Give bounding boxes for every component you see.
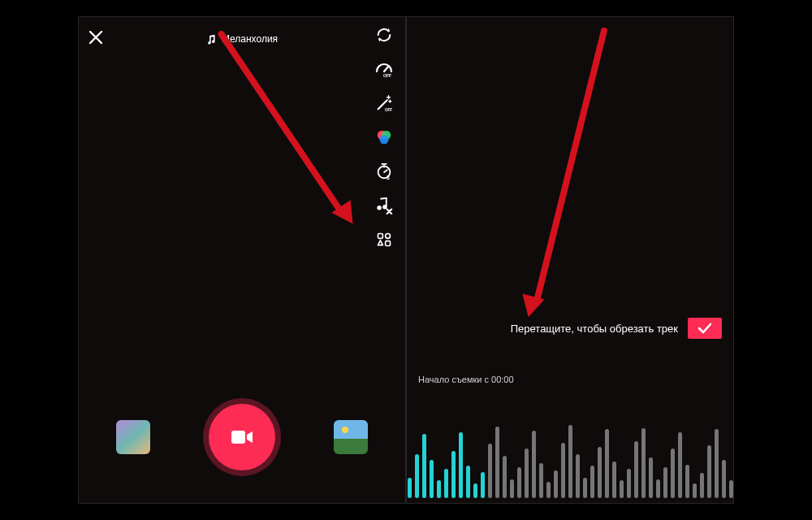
trim-sound-screen: Перетащите, чтобы обрезать трек Начало с… [406,16,734,504]
waveform-bar [415,454,419,498]
trim-hint-label: Перетащите, чтобы обрезать трек [511,323,678,335]
effects-button[interactable] [116,420,150,454]
waveform-bar [495,427,499,498]
waveform-bar [539,463,543,498]
camera-icon [230,427,254,447]
flip-camera-button[interactable] [374,25,394,45]
waveform-bar [693,483,697,498]
waveform-bar [663,467,667,498]
svg-point-7 [377,206,382,210]
waveform-bar [641,428,646,498]
svg-text:3: 3 [387,174,390,180]
filters-icon [375,128,393,146]
speed-icon: OFF [374,60,394,78]
waveform-bar [525,448,529,498]
waveform-bar [685,465,689,498]
waveform-bar [408,478,412,498]
waveform-bar [620,480,624,498]
select-sound[interactable]: Меланхолия [206,33,278,45]
waveform[interactable] [407,414,733,503]
waveform-bar [532,431,536,498]
waveform-bar [612,462,616,498]
svg-point-10 [386,234,391,239]
close-icon [89,30,103,45]
waveform-bar [554,470,558,498]
check-icon [698,323,712,334]
bottom-bar [79,404,405,470]
waveform-bar [671,448,675,498]
waveform-bar [481,472,485,498]
waveform-bar [473,483,477,498]
waveform-bar [466,466,470,498]
record-screen: Меланхолия OFF [78,16,406,504]
svg-point-4 [380,135,389,144]
grid-icon [376,232,392,248]
upload-button[interactable] [334,420,368,454]
beauty-button[interactable]: OFF [374,93,394,113]
waveform-bar [598,447,602,498]
filters-button[interactable] [374,128,394,147]
waveform-bar [503,456,507,498]
svg-rect-9 [378,234,383,239]
side-toolbar: OFF OFF [374,25,394,249]
close-button[interactable] [89,30,103,48]
waveform-bar [590,466,594,498]
timer-button[interactable]: 3 [374,162,394,181]
speed-button[interactable]: OFF [374,59,394,79]
record-button[interactable] [209,404,275,470]
trim-sound-button[interactable] [374,196,394,215]
magic-wand-icon: OFF [375,94,393,112]
waveform-bar [649,457,653,498]
waveform-bar [422,434,426,498]
trim-row: Перетащите, чтобы обрезать трек [418,318,722,339]
waveform-bar [568,425,572,498]
svg-rect-12 [231,431,245,444]
waveform-bar [678,432,682,498]
waveform-bar [444,469,448,498]
waveform-bar [488,444,492,498]
svg-text:OFF: OFF [385,108,392,112]
waveform-bar [722,460,726,498]
svg-point-8 [382,205,387,210]
waveform-bar [459,432,463,498]
waveform-bar [715,429,719,498]
trim-sound-icon [375,197,393,214]
more-tools-button[interactable] [374,230,394,249]
waveform-bar [451,451,456,498]
waveform-bar [707,445,711,498]
waveform-bar [583,478,587,498]
waveform-bar [700,473,704,498]
start-time-label: Начало съемки с 00:00 [418,375,514,384]
waveform-bar [517,467,521,498]
waveform-bar [561,443,565,498]
timer-icon: 3 [375,162,393,180]
waveform-bar [430,460,434,498]
confirm-trim-button[interactable] [688,318,722,339]
svg-rect-11 [386,241,391,246]
waveform-bar [656,479,660,498]
waveform-bar [437,480,441,498]
waveform-bar [546,482,551,498]
waveform-bar [634,441,638,498]
waveform-bar [510,479,514,498]
top-bar: Меланхолия [79,25,405,53]
waveform-bar [576,454,580,498]
waveform-bar [627,469,631,498]
waveform-bar [605,429,609,498]
selected-sound-label: Меланхолия [222,33,278,45]
waveform-bar [729,480,733,498]
flip-camera-icon [375,26,393,44]
music-note-icon [206,34,217,45]
svg-text:OFF: OFF [383,73,391,78]
